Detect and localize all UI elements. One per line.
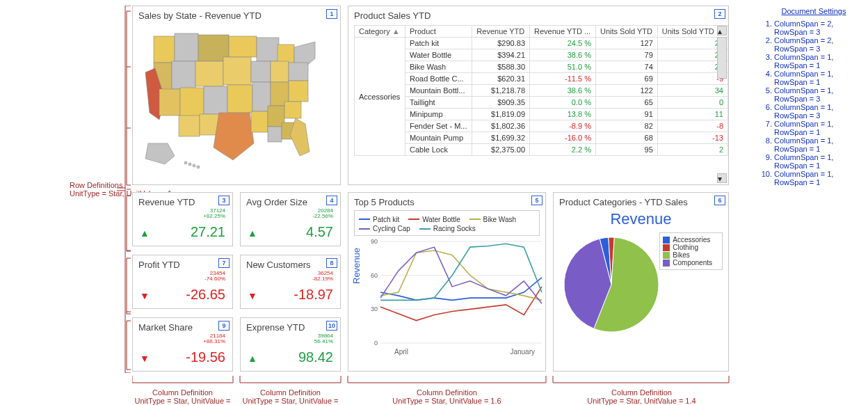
column-def-2: Column DefinitionUnitType = Star, UnitVa…	[240, 388, 341, 405]
svg-rect-15	[204, 86, 227, 114]
column-bracket-icon	[132, 376, 730, 387]
svg-rect-0	[154, 36, 175, 63]
tile-profit-ytd[interactable]: Profit YTD 7 23454-74.60% ▼ -26.65	[132, 255, 233, 309]
tile-badge-9: 9	[218, 321, 230, 331]
svg-rect-20	[179, 116, 200, 136]
up-arrow-icon: ▲	[248, 228, 257, 239]
table-row[interactable]: Taillight$909.350.0 %650	[355, 97, 728, 109]
down-arrow-icon: ▼	[248, 290, 257, 301]
svg-rect-22	[251, 111, 268, 132]
svg-rect-16	[227, 85, 252, 113]
svg-rect-19	[289, 81, 308, 102]
document-settings: Document Settings ColumnSpan = 2, RowSpa…	[762, 7, 866, 186]
table-row[interactable]: Mountain Bottl...$1,218.7838.6 %12234	[355, 85, 728, 97]
col-units[interactable]: Units Sold YTD	[595, 26, 657, 38]
line-chart-area: Revenue 0306090AprilJanuary	[354, 239, 540, 357]
svg-rect-4	[257, 38, 279, 61]
line-chart-legend: Patch kit Water Bottle Bike Wash Cycling…	[354, 210, 540, 236]
tile-map-title: Sales by State - Revenue YTD	[138, 10, 335, 21]
scrollbar-up-icon[interactable]: ▴	[717, 26, 727, 35]
document-settings-list: ColumnSpan = 2, RowSpan = 3 ColumnSpan =…	[762, 19, 866, 186]
column-def-3: Column DefinitionUnitType = Star, UnitVa…	[348, 388, 546, 405]
tile-badge-8: 8	[326, 258, 337, 268]
table-header-row[interactable]: Category ▲ Product Revenue YTD Revenue Y…	[355, 26, 728, 38]
svg-point-27	[184, 161, 187, 164]
svg-rect-1	[175, 33, 198, 61]
category-cell: Accessories	[355, 38, 405, 156]
col-category[interactable]: Category ▲	[355, 26, 405, 38]
table-row[interactable]: Cable Lock$2,375.002.2 %952	[355, 144, 728, 156]
column-def-4: Column DefinitionUnitType = Star, UnitVa…	[553, 388, 730, 405]
tile-badge-6: 6	[714, 196, 725, 205]
tile-revenue-ytd[interactable]: Revenue YTD 3 37124+82.25% ▲ 27.21	[132, 192, 233, 246]
svg-rect-10	[251, 61, 271, 82]
dashboard-grid: Sales by State - Revenue YTD 1	[132, 6, 730, 373]
tile-expense-ytd[interactable]: Exprense YTD 10 3986456.41% ▲ 98.42	[240, 317, 341, 372]
svg-rect-7	[172, 61, 195, 89]
up-arrow-icon: ▲	[248, 353, 257, 364]
tile-pie-chart[interactable]: Product Categories - YTD Sales 6 Revenue…	[553, 192, 729, 372]
pie-chart-title: Product Categories - YTD Sales	[559, 197, 723, 207]
svg-text:90: 90	[371, 239, 378, 245]
table-row[interactable]: Bike Wash$588.3051.0 %7425	[355, 61, 728, 73]
scrollbar-down-icon[interactable]: ▾	[717, 173, 727, 183]
col-revenue-delta[interactable]: Revenue YTD ...	[530, 26, 596, 38]
table-row[interactable]: Water Bottle$394.2138.6 %7922	[355, 49, 728, 61]
tile-market-share[interactable]: Market Share 9 21184+88.31% ▼ -19.56	[132, 317, 233, 372]
svg-point-29	[193, 164, 195, 167]
svg-rect-9	[223, 57, 251, 85]
scrollbar-thumb[interactable]	[717, 37, 727, 79]
pie-chart-svg	[559, 232, 659, 337]
tile-table-title: Product Sales YTD	[354, 10, 728, 21]
tile-new-customers[interactable]: New Customers 8 36254-82.19% ▼ -18.97	[240, 255, 341, 309]
down-arrow-icon: ▼	[140, 290, 150, 301]
tile-table[interactable]: Product Sales YTD 2 Category ▲ Product R…	[348, 6, 729, 185]
tile-badge-3: 3	[218, 196, 230, 205]
us-map-icon	[138, 21, 336, 174]
svg-point-28	[188, 163, 191, 166]
line-chart-title: Top 5 Products	[354, 197, 540, 207]
svg-rect-12	[289, 63, 308, 81]
svg-rect-3	[229, 36, 257, 57]
tile-badge-1: 1	[326, 9, 337, 19]
table-row[interactable]: AccessoriesPatch kit$290.8324.5 %12725	[355, 38, 728, 49]
table-row[interactable]: Fender Set - M...$1,802.36-8.9 %82-8	[355, 120, 728, 132]
tile-line-chart[interactable]: Top 5 Products 5 Patch kit Water Bottle …	[348, 192, 546, 372]
up-arrow-icon: ▲	[140, 228, 150, 239]
tile-badge-2: 2	[714, 9, 725, 19]
svg-text:January: January	[510, 348, 535, 356]
svg-rect-26	[284, 102, 301, 118]
product-sales-table[interactable]: Category ▲ Product Revenue YTD Revenue Y…	[354, 25, 728, 156]
svg-point-30	[197, 166, 200, 168]
tile-map[interactable]: Sales by State - Revenue YTD 1	[132, 6, 341, 185]
svg-rect-13	[159, 89, 180, 116]
svg-rect-11	[271, 61, 289, 82]
table-row[interactable]: Road Bottle C...$620.31-11.5 %69-9	[355, 73, 728, 85]
sort-asc-icon: ▲	[392, 27, 400, 35]
pie-chart-legend: Accessories Clothing Bikes Components	[659, 232, 723, 270]
dashboard-diagram: Row Definitions UnitType = Star, UnitVal…	[0, 0, 868, 405]
tile-badge-5: 5	[531, 196, 542, 205]
col-revenue[interactable]: Revenue YTD	[472, 26, 530, 38]
col-product[interactable]: Product	[405, 26, 472, 38]
svg-rect-24	[268, 127, 282, 142]
svg-text:April: April	[394, 348, 408, 356]
row-bracket-icon	[104, 6, 132, 373]
svg-text:0: 0	[374, 340, 378, 347]
tile-badge-10: 10	[326, 321, 337, 331]
document-settings-title: Document Settings	[762, 7, 866, 15]
svg-text:60: 60	[371, 272, 378, 279]
down-arrow-icon: ▼	[140, 353, 150, 364]
line-chart-svg: 0306090AprilJanuary	[364, 239, 545, 357]
tile-badge-4: 4	[326, 196, 337, 205]
table-row[interactable]: Minipump$1,819.0913.8 %9111	[355, 109, 728, 120]
svg-rect-14	[180, 88, 204, 117]
pie-chart-bigtitle: Revenue	[559, 210, 723, 228]
tile-badge-7: 7	[218, 258, 230, 268]
column-def-1: Column DefinitionUnitType = Star, UnitVa…	[132, 388, 233, 405]
svg-text:30: 30	[371, 305, 378, 312]
svg-rect-8	[195, 61, 223, 86]
table-row[interactable]: Mountain Pump$1,699.32-16.0 %68-13	[355, 132, 728, 144]
tile-avg-order-size[interactable]: Avg Order Size 4 20284-22.56% ▲ 4.57	[240, 192, 341, 246]
line-chart-ylabel: Revenue	[351, 248, 362, 284]
